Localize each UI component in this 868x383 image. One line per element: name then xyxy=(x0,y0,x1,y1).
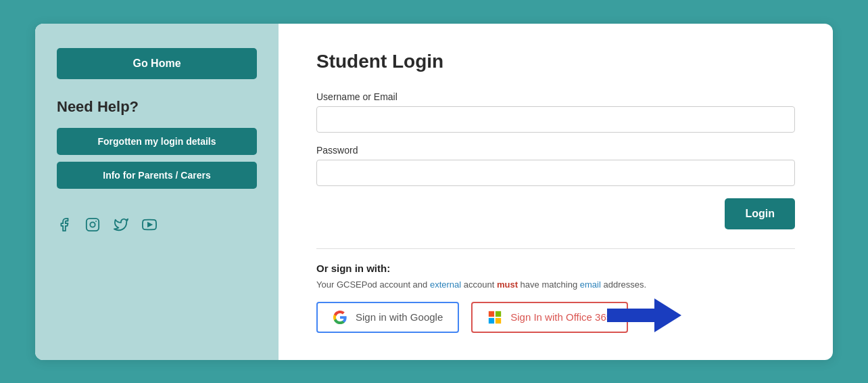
google-icon xyxy=(333,310,347,325)
svg-marker-8 xyxy=(607,298,681,332)
svg-rect-0 xyxy=(87,218,99,230)
matching-note-email: email xyxy=(580,279,601,290)
office365-signin-button[interactable]: Sign In with Office 365 xyxy=(471,302,628,333)
page-title: Student Login xyxy=(316,51,795,72)
facebook-icon[interactable] xyxy=(57,217,72,232)
matching-note-part2: account xyxy=(461,279,497,290)
instagram-icon[interactable] xyxy=(85,217,100,232)
matching-note-external: external xyxy=(430,279,461,290)
login-row: Login xyxy=(316,198,795,229)
matching-note-part1: Your GCSEPod account and xyxy=(316,279,430,290)
need-help-title: Need Help? xyxy=(57,98,139,116)
matching-note-part4: addresses. xyxy=(601,279,646,290)
or-sign-in-label: Or sign in with: xyxy=(316,263,795,274)
google-btn-label: Sign in with Google xyxy=(356,311,443,323)
social-icons-row xyxy=(57,217,157,232)
office365-btn-label: Sign In with Office 365 xyxy=(510,311,612,323)
svg-marker-3 xyxy=(148,223,151,227)
arrow-annotation xyxy=(607,295,675,336)
svg-rect-5 xyxy=(496,311,501,316)
username-label: Username or Email xyxy=(316,91,795,102)
matching-note-part3: have matching xyxy=(518,279,580,290)
left-panel: Go Home Need Help? Forgotten my login de… xyxy=(35,24,279,360)
matching-note: Your GCSEPod account and external accoun… xyxy=(316,279,795,290)
right-panel: Student Login Username or Email Password… xyxy=(279,24,833,360)
main-card: Go Home Need Help? Forgotten my login de… xyxy=(35,24,833,360)
matching-note-must: must xyxy=(497,279,518,290)
divider xyxy=(316,248,795,249)
svg-point-1 xyxy=(90,222,95,227)
password-input[interactable] xyxy=(316,160,795,186)
forgotten-login-button[interactable]: Forgotten my login details xyxy=(57,128,257,155)
svg-rect-7 xyxy=(496,317,501,323)
password-label: Password xyxy=(316,145,795,156)
info-parents-button[interactable]: Info for Parents / Carers xyxy=(57,162,257,189)
username-input[interactable] xyxy=(316,106,795,133)
svg-point-2 xyxy=(95,221,97,222)
svg-rect-6 xyxy=(489,317,494,323)
svg-rect-4 xyxy=(489,311,494,316)
login-button[interactable]: Login xyxy=(725,198,795,229)
google-signin-button[interactable]: Sign in with Google xyxy=(316,302,459,333)
go-home-button[interactable]: Go Home xyxy=(57,48,257,79)
twitter-icon[interactable] xyxy=(114,217,128,232)
office365-icon xyxy=(487,310,502,325)
youtube-icon[interactable] xyxy=(142,217,157,232)
sign-in-buttons-row: Sign in with Google Sign In with Office … xyxy=(316,302,795,333)
